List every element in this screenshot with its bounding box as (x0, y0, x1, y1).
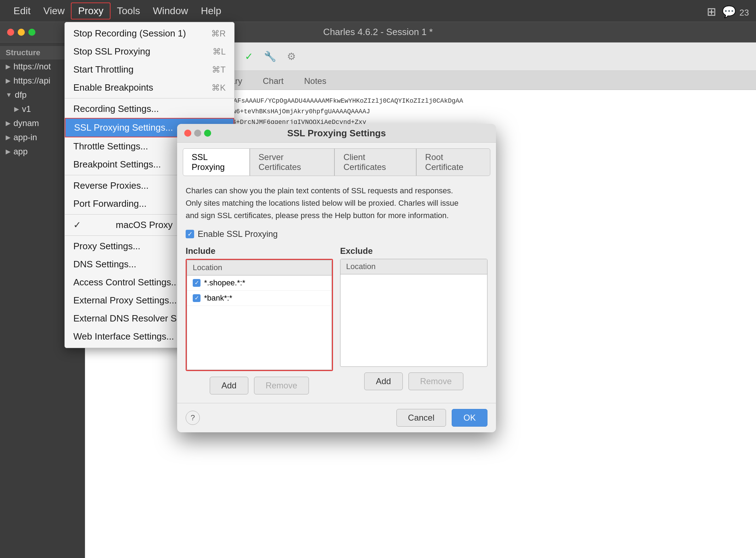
include-add-button[interactable]: Add (210, 377, 248, 394)
menu-window[interactable]: Window (146, 3, 194, 19)
dialog-title: SSL Proxying Settings (287, 128, 386, 139)
dialog-minimize-button[interactable] (194, 130, 201, 137)
menu-enable-breakpoints-label: Enable Breakpoints (73, 82, 153, 93)
close-button[interactable] (7, 29, 14, 36)
enable-ssl-checkbox[interactable]: ✓ (186, 230, 194, 238)
exclude-label: Exclude (340, 246, 487, 256)
menu-access-control-label: Access Control Settings... (73, 277, 179, 288)
include-section: Include Location ✓ *.shopee.*:* ✓ (186, 246, 333, 394)
menu-proxy-settings-label: Proxy Settings... (73, 241, 140, 252)
arrow-icon: ▶ (6, 77, 11, 85)
dialog-titlebar: SSL Proxying Settings (177, 124, 496, 143)
stop-ssl-shortcut: ⌘L (213, 47, 226, 57)
include-label: Include (186, 246, 333, 256)
include-table-header: Location (187, 260, 332, 275)
menu-macos-proxy-label: macOS Proxy (116, 220, 173, 230)
sidebar-item-label: dfp (15, 90, 27, 100)
enable-ssl-row: ✓ Enable SSL Proxying (186, 229, 487, 239)
cancel-button[interactable]: Cancel (396, 409, 446, 427)
menu-enable-breakpoints[interactable]: Enable Breakpoints ⌘K (65, 79, 234, 97)
menu-breakpoint-settings-label: Breakpoint Settings... (73, 159, 161, 170)
separator-1 (65, 98, 234, 98)
dialog-footer: ? Cancel OK (177, 403, 496, 432)
sidebar-item-label: https://api (13, 76, 50, 86)
menu-start-throttling[interactable]: Start Throttling ⌘T (65, 61, 234, 79)
dialog-tab-root-cert[interactable]: Root Certificate (416, 148, 490, 176)
menu-ssl-proxying-settings-label: SSL Proxying Settings... (74, 122, 173, 133)
menu-stop-ssl-label: Stop SSL Proxying (73, 46, 150, 57)
traffic-lights (7, 29, 35, 36)
include-table: Location ✓ *.shopee.*:* ✓ *bank*:* (187, 260, 332, 370)
include-row-2-checkbox[interactable]: ✓ (193, 294, 201, 302)
sidebar-item-label: https://not (13, 62, 51, 72)
exclude-remove-button[interactable]: Remove (408, 372, 463, 390)
tables-row: Include Location ✓ *.shopee.*:* ✓ (186, 246, 487, 394)
ok-button[interactable]: OK (452, 409, 487, 427)
menu-port-forwarding-label: Port Forwarding... (73, 198, 147, 209)
exclude-buttons: Add Remove (340, 372, 487, 390)
help-button[interactable]: ? (186, 411, 200, 425)
arrow-icon: ▶ (6, 119, 11, 127)
sidebar-item-label: app-in (13, 132, 37, 142)
app-title: Charles 4.6.2 - Session 1 * (323, 27, 433, 38)
dialog-tab-client-certs[interactable]: Client Certificates (334, 148, 416, 176)
include-row-2[interactable]: ✓ *bank*:* (187, 291, 332, 306)
dialog-maximize-button[interactable] (204, 130, 211, 137)
enable-ssl-label: Enable SSL Proxying (198, 229, 278, 239)
sidebar-item-label: dynam (13, 118, 39, 128)
include-table-empty (187, 306, 332, 370)
arrow-icon: ▶ (6, 133, 11, 141)
app-window: Edit View Proxy Tools Window Help ⊞ 💬 23… (0, 0, 756, 558)
exclude-table-empty (340, 274, 487, 366)
dialog-description: Charles can show you the plain text cont… (186, 184, 487, 222)
dialog-tabs: SSL Proxying Server Certificates Client … (177, 143, 496, 176)
menu-dns-settings-label: DNS Settings... (73, 259, 136, 270)
sidebar-item-label: v1 (22, 104, 31, 114)
exclude-table-header: Location (340, 259, 487, 274)
include-table-wrapper: Location ✓ *.shopee.*:* ✓ *bank*:* (186, 259, 333, 371)
include-remove-button[interactable]: Remove (254, 377, 309, 394)
menu-bar: Edit View Proxy Tools Window Help ⊞ 💬 23 (0, 0, 756, 22)
menu-web-interface-label: Web Interface Settings... (73, 331, 174, 342)
dialog-close-button[interactable] (184, 130, 191, 137)
menu-throttle-settings-label: Throttle Settings... (73, 141, 148, 152)
menu-tools[interactable]: Tools (111, 3, 146, 19)
dialog-tab-server-certs[interactable]: Server Certificates (250, 148, 335, 176)
menu-recording-settings-label: Recording Settings... (73, 103, 159, 114)
menu-stop-ssl-proxying[interactable]: Stop SSL Proxying ⌘L (65, 42, 234, 61)
exclude-section: Exclude Location Add Remove (340, 246, 487, 394)
arrow-icon: ▶ (6, 63, 11, 70)
gear-icon[interactable]: ⚙ (283, 49, 299, 64)
sidebar-item-label: app (13, 147, 28, 156)
menu-stop-recording-label: Stop Recording (Session 1) (73, 28, 186, 39)
menu-edit[interactable]: Edit (7, 3, 37, 19)
menu-proxy[interactable]: Proxy (71, 2, 111, 19)
check-icon[interactable]: ✓ (241, 49, 256, 64)
dialog-tab-ssl-proxying[interactable]: SSL Proxying (183, 148, 250, 176)
arrow-icon: ▶ (14, 105, 19, 113)
include-row-1-checkbox[interactable]: ✓ (193, 279, 201, 287)
tab-chart[interactable]: Chart (253, 72, 294, 90)
ssl-proxying-dialog[interactable]: SSL Proxying Settings SSL Proxying Serve… (177, 124, 496, 432)
tab-notes[interactable]: Notes (294, 72, 337, 90)
exclude-table: Location (340, 259, 487, 367)
top-right-icons: ⊞ 💬 23 (707, 5, 749, 18)
dialog-action-buttons: Cancel OK (396, 409, 487, 427)
menu-help[interactable]: Help (194, 3, 228, 19)
start-throttling-shortcut: ⌘T (212, 65, 226, 75)
menu-view[interactable]: View (37, 3, 71, 19)
minimize-button[interactable] (18, 29, 25, 36)
grid-icon[interactable]: ⊞ (707, 5, 716, 18)
menu-recording-settings[interactable]: Recording Settings... (65, 100, 234, 118)
include-row-1[interactable]: ✓ *.shopee.*:* (187, 275, 332, 291)
menu-external-proxy-label: External Proxy Settings... (73, 295, 177, 306)
chat-icon[interactable]: 💬 23 (722, 5, 749, 18)
wrench-icon[interactable]: 🔧 (262, 49, 278, 64)
enable-breakpoints-shortcut: ⌘K (211, 83, 226, 93)
checkmark-icon: ✓ (73, 220, 81, 230)
maximize-button[interactable] (28, 29, 35, 36)
exclude-add-button[interactable]: Add (364, 372, 403, 390)
menu-reverse-proxies-label: Reverse Proxies... (73, 180, 148, 191)
include-row-2-value: *bank*:* (204, 294, 232, 303)
menu-stop-recording[interactable]: Stop Recording (Session 1) ⌘R (65, 24, 234, 42)
